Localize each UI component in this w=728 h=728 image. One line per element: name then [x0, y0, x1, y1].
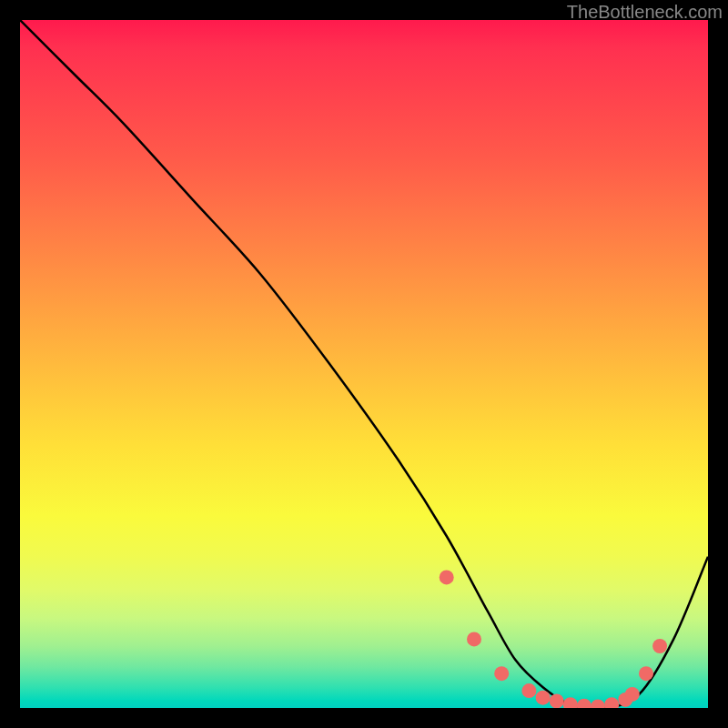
marker-dot [536, 691, 551, 705]
marker-dot [563, 697, 578, 708]
plot-area [20, 20, 708, 708]
marker-dot [467, 632, 481, 646]
marker-dot [577, 699, 592, 708]
marker-dot [604, 697, 619, 708]
bottleneck-curve [20, 20, 708, 708]
marker-dot [440, 570, 454, 584]
marker-dot [550, 693, 564, 708]
chart-svg [20, 20, 708, 708]
watermark-text: TheBottleneck.com [567, 2, 723, 23]
marker-dot [652, 639, 667, 653]
marker-dots [440, 570, 667, 708]
marker-dot [521, 683, 536, 698]
marker-dot [494, 666, 509, 681]
marker-dot [591, 700, 605, 709]
marker-dot [625, 687, 640, 702]
marker-dot [639, 666, 653, 681]
